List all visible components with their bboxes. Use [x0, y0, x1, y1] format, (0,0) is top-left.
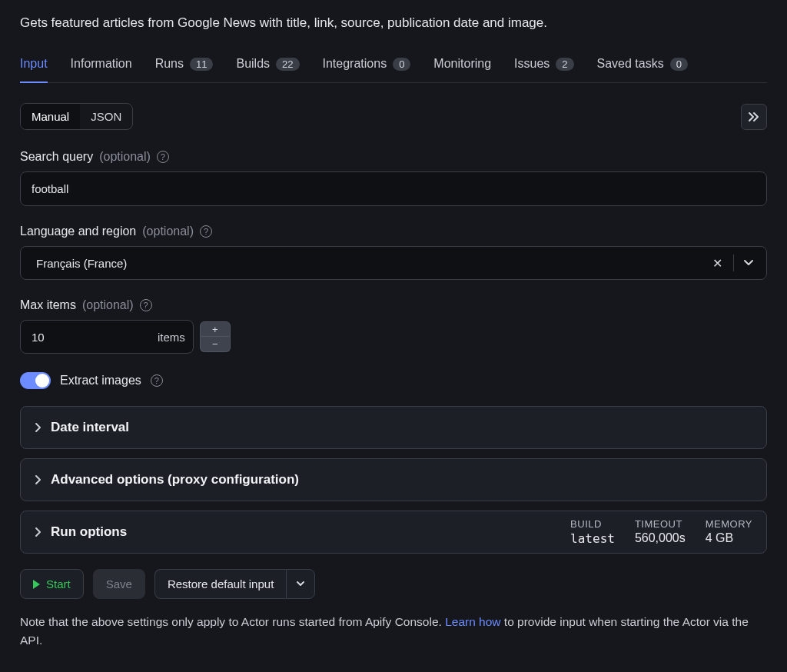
tab-badge: 0	[670, 58, 688, 71]
field-label-text: Max items	[20, 298, 76, 312]
tab-label: Saved tasks	[597, 57, 664, 71]
mode-manual-button[interactable]: Manual	[21, 104, 80, 129]
decrement-button[interactable]: −	[200, 337, 231, 352]
start-label: Start	[46, 577, 71, 590]
tab-runs[interactable]: Runs11	[155, 49, 214, 83]
field-label-optional: (optional)	[142, 225, 194, 238]
restore-default-button[interactable]: Restore default input	[154, 569, 286, 599]
tab-saved-tasks[interactable]: Saved tasks0	[597, 49, 688, 83]
search-query-input[interactable]	[20, 171, 767, 206]
extract-images-label: Extract images	[60, 374, 141, 388]
run-stats: BUILD latest TIMEOUT 560,000s MEMORY 4 G…	[570, 518, 752, 546]
tab-input[interactable]: Input	[20, 49, 48, 83]
footnote: Note that the above settings only apply …	[20, 613, 767, 650]
stat-value: latest	[570, 531, 615, 546]
accordion-advanced-options[interactable]: Advanced options (proxy configuration)	[20, 458, 767, 501]
tab-builds[interactable]: Builds22	[236, 49, 299, 83]
save-button: Save	[93, 569, 145, 599]
tab-badge: 0	[393, 58, 410, 71]
tab-label: Monitoring	[433, 57, 491, 71]
minus-icon: −	[212, 339, 218, 349]
tab-information[interactable]: Information	[71, 49, 132, 83]
language-region-select[interactable]: Français (France) ✕	[20, 246, 767, 280]
clear-icon[interactable]: ✕	[705, 256, 730, 271]
accordion-date-interval[interactable]: Date interval	[20, 406, 767, 449]
help-icon[interactable]: ?	[157, 151, 169, 163]
stat-build: BUILD latest	[570, 518, 615, 546]
help-icon[interactable]: ?	[200, 225, 212, 238]
extract-images-toggle[interactable]	[20, 372, 51, 389]
tab-badge: 2	[556, 58, 573, 71]
search-query-label: Search query (optional) ?	[20, 150, 767, 164]
chevron-right-icon	[35, 422, 42, 433]
restore-dropdown-button[interactable]	[286, 569, 315, 599]
tab-label: Input	[20, 57, 48, 71]
tab-label: Issues	[514, 57, 550, 71]
restore-label: Restore default input	[168, 577, 274, 590]
tab-label: Builds	[236, 57, 270, 71]
plus-icon: +	[212, 324, 218, 334]
expand-panel-button[interactable]	[741, 104, 767, 130]
save-label: Save	[106, 577, 132, 590]
tab-issues[interactable]: Issues2	[514, 49, 573, 83]
select-value: Français (France)	[36, 257, 705, 270]
accordion-title: Run options	[51, 524, 570, 540]
field-label-text: Search query	[20, 150, 93, 164]
stat-label: MEMORY	[706, 518, 752, 530]
tab-badge: 22	[276, 58, 299, 71]
footnote-pre: Note that the above settings only apply …	[20, 615, 445, 628]
accordion-run-options[interactable]: Run options BUILD latest TIMEOUT 560,000…	[20, 511, 767, 554]
tab-label: Integrations	[323, 57, 387, 71]
tab-label: Runs	[155, 57, 184, 71]
chevron-double-right-icon	[748, 111, 760, 122]
mode-row: Manual JSON	[20, 103, 767, 130]
tab-bar: Input Information Runs11 Builds22 Integr…	[20, 49, 767, 83]
accordion-title: Date interval	[51, 420, 752, 435]
stat-memory: MEMORY 4 GB	[706, 518, 752, 545]
max-items-box: items	[20, 320, 194, 354]
learn-how-link[interactable]: Learn how	[445, 615, 500, 628]
language-region-label: Language and region (optional) ?	[20, 225, 767, 238]
field-label-optional: (optional)	[82, 298, 134, 312]
chevron-down-icon	[296, 581, 305, 587]
chevron-down-icon[interactable]	[739, 259, 759, 267]
chevron-right-icon	[35, 474, 42, 485]
max-items-label: Max items (optional) ?	[20, 298, 767, 312]
max-items-unit: items	[154, 331, 193, 344]
start-button[interactable]: Start	[20, 569, 84, 599]
page-description: Gets featured articles from Google News …	[20, 15, 767, 31]
action-row: Start Save Restore default input	[20, 569, 767, 599]
max-items-input[interactable]	[32, 331, 154, 344]
mode-json-button[interactable]: JSON	[80, 104, 132, 129]
tab-monitoring[interactable]: Monitoring	[433, 49, 491, 83]
tab-integrations[interactable]: Integrations0	[323, 49, 411, 83]
field-label-optional: (optional)	[99, 150, 151, 164]
stat-timeout: TIMEOUT 560,000s	[635, 518, 686, 545]
extract-images-row: Extract images ?	[20, 372, 767, 389]
toggle-knob	[35, 374, 49, 388]
quantity-stepper: + −	[200, 321, 231, 352]
chevron-right-icon	[35, 527, 42, 537]
play-icon	[33, 580, 40, 589]
increment-button[interactable]: +	[200, 321, 231, 337]
help-icon[interactable]: ?	[140, 299, 152, 311]
tab-label: Information	[71, 57, 132, 71]
max-items-row: items + −	[20, 320, 767, 354]
stat-label: TIMEOUT	[635, 518, 686, 530]
divider	[733, 254, 734, 271]
stat-value: 4 GB	[706, 531, 752, 545]
accordion-title: Advanced options (proxy configuration)	[51, 472, 752, 487]
mode-toggle: Manual JSON	[20, 103, 133, 130]
restore-button-group: Restore default input	[154, 569, 315, 599]
field-label-text: Language and region	[20, 225, 136, 238]
help-icon[interactable]: ?	[151, 374, 163, 387]
stat-value: 560,000s	[635, 531, 686, 545]
tab-badge: 11	[190, 58, 213, 71]
stat-label: BUILD	[570, 518, 615, 530]
